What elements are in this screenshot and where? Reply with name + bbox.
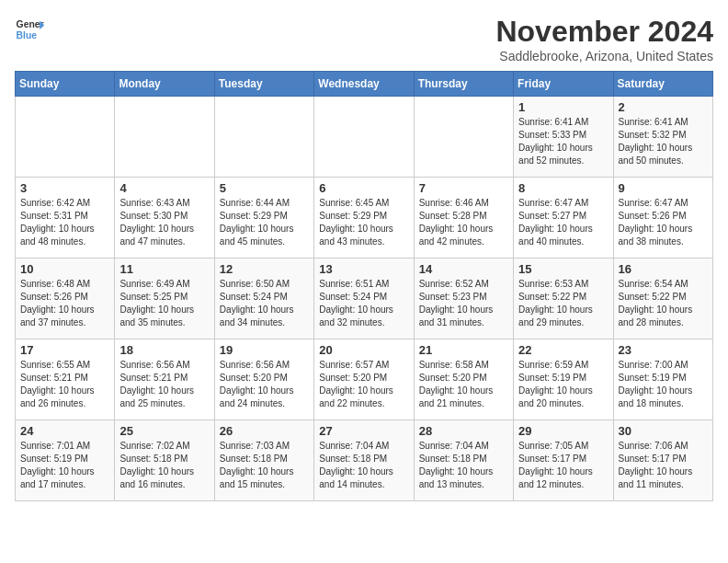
day-info: Sunrise: 6:51 AM Sunset: 5:24 PM Dayligh… (319, 278, 408, 329)
title-area: November 2024 Saddlebrooke, Arizona, Uni… (495, 15, 713, 63)
day-info: Sunrise: 7:04 AM Sunset: 5:18 PM Dayligh… (419, 440, 508, 491)
calendar-cell: 1Sunrise: 6:41 AM Sunset: 5:33 PM Daylig… (514, 97, 613, 178)
day-number: 17 (20, 343, 109, 357)
day-number: 19 (220, 343, 309, 357)
calendar-cell: 12Sunrise: 6:50 AM Sunset: 5:24 PM Dayli… (214, 259, 313, 339)
calendar-cell: 19Sunrise: 6:56 AM Sunset: 5:20 PM Dayli… (214, 339, 313, 420)
day-number: 9 (619, 181, 708, 195)
calendar-cell: 16Sunrise: 6:54 AM Sunset: 5:22 PM Dayli… (613, 259, 712, 339)
day-info: Sunrise: 6:42 AM Sunset: 5:31 PM Dayligh… (20, 197, 109, 248)
calendar-cell (16, 97, 115, 178)
day-number: 10 (20, 262, 109, 276)
weekday-header: Saturday (613, 72, 712, 97)
month-title: November 2024 (495, 15, 713, 49)
header: General Blue November 2024 Saddlebrooke,… (15, 15, 713, 63)
day-info: Sunrise: 6:56 AM Sunset: 5:21 PM Dayligh… (119, 359, 209, 410)
day-number: 1 (518, 100, 608, 114)
calendar-cell: 27Sunrise: 7:04 AM Sunset: 5:18 PM Dayli… (314, 420, 414, 501)
calendar-cell: 23Sunrise: 7:00 AM Sunset: 5:19 PM Dayli… (613, 339, 712, 420)
day-info: Sunrise: 6:57 AM Sunset: 5:20 PM Dayligh… (319, 359, 408, 410)
calendar-cell: 28Sunrise: 7:04 AM Sunset: 5:18 PM Dayli… (414, 420, 513, 501)
day-number: 15 (518, 262, 608, 276)
day-number: 16 (619, 262, 708, 276)
day-info: Sunrise: 6:48 AM Sunset: 5:26 PM Dayligh… (20, 278, 109, 329)
day-number: 25 (119, 424, 209, 438)
logo-icon: General Blue (15, 15, 44, 44)
day-info: Sunrise: 7:03 AM Sunset: 5:18 PM Dayligh… (220, 440, 309, 491)
day-number: 4 (119, 181, 209, 195)
weekday-header: Monday (115, 72, 214, 97)
day-info: Sunrise: 6:47 AM Sunset: 5:26 PM Dayligh… (619, 197, 708, 248)
day-info: Sunrise: 7:06 AM Sunset: 5:17 PM Dayligh… (619, 440, 708, 491)
subtitle: Saddlebrooke, Arizona, United States (495, 49, 713, 63)
day-info: Sunrise: 6:46 AM Sunset: 5:28 PM Dayligh… (419, 197, 508, 248)
day-info: Sunrise: 6:41 AM Sunset: 5:33 PM Dayligh… (518, 116, 608, 167)
calendar-cell: 17Sunrise: 6:55 AM Sunset: 5:21 PM Dayli… (16, 339, 115, 420)
calendar-cell: 3Sunrise: 6:42 AM Sunset: 5:31 PM Daylig… (16, 178, 115, 259)
day-info: Sunrise: 7:01 AM Sunset: 5:19 PM Dayligh… (20, 440, 109, 491)
day-info: Sunrise: 6:44 AM Sunset: 5:29 PM Dayligh… (220, 197, 309, 248)
day-number: 12 (220, 262, 309, 276)
logo: General Blue (15, 15, 44, 44)
day-info: Sunrise: 6:53 AM Sunset: 5:22 PM Dayligh… (518, 278, 608, 329)
day-info: Sunrise: 6:50 AM Sunset: 5:24 PM Dayligh… (220, 278, 309, 329)
calendar-cell: 7Sunrise: 6:46 AM Sunset: 5:28 PM Daylig… (414, 178, 513, 259)
calendar-table: SundayMondayTuesdayWednesdayThursdayFrid… (15, 71, 713, 501)
calendar-cell (414, 97, 513, 178)
calendar-cell: 9Sunrise: 6:47 AM Sunset: 5:26 PM Daylig… (613, 178, 712, 259)
day-number: 11 (119, 262, 209, 276)
day-number: 23 (619, 343, 708, 357)
calendar-cell: 18Sunrise: 6:56 AM Sunset: 5:21 PM Dayli… (115, 339, 214, 420)
calendar-cell: 15Sunrise: 6:53 AM Sunset: 5:22 PM Dayli… (514, 259, 613, 339)
day-info: Sunrise: 7:05 AM Sunset: 5:17 PM Dayligh… (518, 440, 608, 491)
day-info: Sunrise: 7:04 AM Sunset: 5:18 PM Dayligh… (319, 440, 408, 491)
day-number: 27 (319, 424, 408, 438)
day-info: Sunrise: 6:49 AM Sunset: 5:25 PM Dayligh… (119, 278, 209, 329)
calendar-cell: 22Sunrise: 6:59 AM Sunset: 5:19 PM Dayli… (514, 339, 613, 420)
calendar-cell: 14Sunrise: 6:52 AM Sunset: 5:23 PM Dayli… (414, 259, 513, 339)
calendar-cell: 4Sunrise: 6:43 AM Sunset: 5:30 PM Daylig… (115, 178, 214, 259)
calendar-cell: 2Sunrise: 6:41 AM Sunset: 5:32 PM Daylig… (613, 97, 712, 178)
day-number: 18 (119, 343, 209, 357)
day-info: Sunrise: 6:41 AM Sunset: 5:32 PM Dayligh… (619, 116, 708, 167)
calendar-cell: 25Sunrise: 7:02 AM Sunset: 5:18 PM Dayli… (115, 420, 214, 501)
day-info: Sunrise: 6:58 AM Sunset: 5:20 PM Dayligh… (419, 359, 508, 410)
day-number: 8 (518, 181, 608, 195)
day-number: 26 (220, 424, 309, 438)
calendar-cell (214, 97, 313, 178)
day-number: 6 (319, 181, 408, 195)
weekday-header: Tuesday (214, 72, 313, 97)
calendar-cell: 11Sunrise: 6:49 AM Sunset: 5:25 PM Dayli… (115, 259, 214, 339)
day-info: Sunrise: 6:56 AM Sunset: 5:20 PM Dayligh… (220, 359, 309, 410)
svg-text:Blue: Blue (17, 30, 38, 40)
day-number: 21 (419, 343, 508, 357)
weekday-header: Thursday (414, 72, 513, 97)
day-number: 20 (319, 343, 408, 357)
day-info: Sunrise: 7:02 AM Sunset: 5:18 PM Dayligh… (119, 440, 209, 491)
day-number: 24 (20, 424, 109, 438)
calendar-cell: 24Sunrise: 7:01 AM Sunset: 5:19 PM Dayli… (16, 420, 115, 501)
day-info: Sunrise: 6:52 AM Sunset: 5:23 PM Dayligh… (419, 278, 508, 329)
day-number: 30 (619, 424, 708, 438)
day-number: 5 (220, 181, 309, 195)
calendar-cell (115, 97, 214, 178)
day-number: 22 (518, 343, 608, 357)
day-number: 13 (319, 262, 408, 276)
calendar-cell: 10Sunrise: 6:48 AM Sunset: 5:26 PM Dayli… (16, 259, 115, 339)
calendar-cell: 13Sunrise: 6:51 AM Sunset: 5:24 PM Dayli… (314, 259, 414, 339)
day-info: Sunrise: 6:54 AM Sunset: 5:22 PM Dayligh… (619, 278, 708, 329)
calendar-cell: 30Sunrise: 7:06 AM Sunset: 5:17 PM Dayli… (613, 420, 712, 501)
weekday-header: Wednesday (314, 72, 414, 97)
weekday-header: Friday (514, 72, 613, 97)
day-info: Sunrise: 6:47 AM Sunset: 5:27 PM Dayligh… (518, 197, 608, 248)
calendar-cell (314, 97, 414, 178)
calendar-cell: 29Sunrise: 7:05 AM Sunset: 5:17 PM Dayli… (514, 420, 613, 501)
day-info: Sunrise: 7:00 AM Sunset: 5:19 PM Dayligh… (619, 359, 708, 410)
day-info: Sunrise: 6:43 AM Sunset: 5:30 PM Dayligh… (119, 197, 209, 248)
calendar-week-row: 3Sunrise: 6:42 AM Sunset: 5:31 PM Daylig… (16, 178, 713, 259)
calendar-cell: 8Sunrise: 6:47 AM Sunset: 5:27 PM Daylig… (514, 178, 613, 259)
day-number: 14 (419, 262, 508, 276)
calendar-week-row: 17Sunrise: 6:55 AM Sunset: 5:21 PM Dayli… (16, 339, 713, 420)
calendar-cell: 5Sunrise: 6:44 AM Sunset: 5:29 PM Daylig… (214, 178, 313, 259)
calendar-week-row: 10Sunrise: 6:48 AM Sunset: 5:26 PM Dayli… (16, 259, 713, 339)
